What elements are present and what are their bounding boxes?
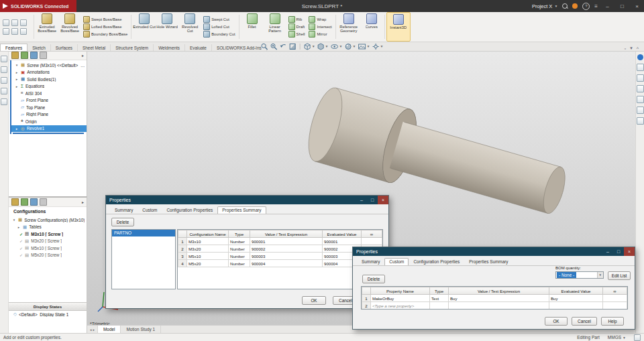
instant3d-button[interactable]: Instant3D [386,12,411,42]
expand-arrow-icon[interactable]: ▾ [12,218,16,222]
delete-button[interactable]: Delete [111,218,134,226]
section-view-icon[interactable] [289,42,297,50]
task-pane-icon[interactable] [637,74,644,82]
tab-custom[interactable]: Custom [138,206,162,214]
boundary-cut-button[interactable]: Boundary Cut [203,31,235,38]
config-item-m3x20[interactable]: ✓ ▤ M3x20 [ Screw ] [9,238,87,245]
tab-surfaces[interactable]: Surfaces [51,44,78,51]
edit-appearance-icon[interactable]: ▼ [345,42,356,50]
table-row[interactable]: 3 M5x10 Number 900003 900003 [178,253,382,260]
panel-flyout-icon[interactable]: ▸ [82,200,84,204]
table-row[interactable]: 2 M3x20 Number 900002 900002 [178,245,382,253]
config-item-m5x10[interactable]: ✓ ▤ M5x10 [ Screw ] [9,245,87,252]
view-settings-icon[interactable]: ▼ [372,42,383,50]
tree-item-top-plane[interactable]: ▱ Top Plane [11,104,87,111]
linear-pattern-button[interactable]: Linear Pattern [264,12,286,42]
tab-evaluate[interactable]: Evaluate [185,44,212,51]
tab-configuration-properties[interactable]: Configuration Properties [409,258,464,265]
display-manager-tab-icon[interactable] [40,198,47,206]
dialog-titlebar[interactable]: Properties – □ × [106,196,388,204]
quick-access-icon[interactable] [11,19,18,26]
expand-arrow-icon[interactable]: ▾ [15,63,19,67]
task-pane-icon[interactable] [637,117,644,125]
tab-summary[interactable]: Summary [357,258,384,265]
dialog-close-button[interactable]: × [378,196,388,204]
configuration-manager-tab-icon[interactable] [30,198,38,206]
help-icon[interactable]: ? [582,3,590,10]
quick-access-icon[interactable] [11,28,18,35]
rollback-bar[interactable] [13,133,84,134]
ok-button[interactable]: OK [545,317,568,326]
tree-item-right-plane[interactable]: ▱ Right Plane [11,111,87,119]
panel-strip-icon[interactable] [1,77,7,84]
quick-access-icon[interactable] [20,19,27,26]
dialog-maximize-button[interactable]: □ [367,196,378,204]
tab-model[interactable]: Model [98,326,121,333]
tab-scroll-arrows[interactable]: ◂▸ [87,326,98,333]
tree-item-front-plane[interactable]: ▱ Front Plane [11,97,87,105]
tree-item-equations[interactable]: ▸ Σ Equations [11,83,87,90]
panel-strip-icon[interactable] [1,66,7,73]
tab-configuration-properties[interactable]: Configuration Properties [162,206,217,214]
hide-show-items-icon[interactable]: ▼ [331,42,343,50]
config-root[interactable]: ▾ ▦ Screw Configuration(s) (M3x10) [9,216,87,224]
status-bar-icon[interactable] [634,334,641,341]
quick-access-icon[interactable] [20,28,27,35]
lofted-boss-base-button[interactable]: Lofted Boss/Base [83,23,127,30]
panel-strip-icon[interactable] [1,88,7,94]
task-pane-icon[interactable] [637,96,644,103]
panel-flyout-icon[interactable]: ▸ [82,53,84,58]
dialog-minimize-button[interactable]: – [356,196,367,204]
previous-view-icon[interactable] [280,42,287,50]
config-item-m3x10[interactable]: ✓ ▤ M3x10 [ Screw ] [9,230,87,238]
view-orientation-icon[interactable]: ▼ [304,42,315,50]
tree-item-revolve1[interactable]: ▸ ◎ Revolve1 [11,125,87,133]
tab-properties-summary[interactable]: Properties Summary [217,206,266,214]
boundary-boss-base-button[interactable]: Boundary Boss/Base [83,31,127,38]
property-manager-tab-icon[interactable] [21,198,28,206]
tab-summary[interactable]: Summary [110,206,138,214]
extruded-cut-button[interactable]: Extruded Cut [133,12,156,42]
collapse-ribbon-icon[interactable]: ▾ [630,46,633,51]
panel-strip-icon[interactable] [1,56,7,62]
task-pane-icon[interactable] [637,64,644,71]
revolved-cut-button[interactable]: Revolved Cut [178,12,201,42]
task-pane-icon[interactable] [637,85,644,92]
quick-access-icon[interactable] [3,19,9,26]
fillet-button[interactable]: Fillet [241,12,264,42]
revolved-boss-base-button[interactable]: Revolved Boss/Base [58,12,81,42]
mirror-button[interactable]: Mirror [309,31,331,38]
expand-arrow-icon[interactable]: ▸ [15,84,19,88]
expand-arrow-icon[interactable]: ▸ [15,70,19,74]
list-item-partno[interactable]: PARTNO [112,230,175,236]
swept-boss-base-button[interactable]: Swept Boss/Base [83,16,127,23]
reference-geometry-button[interactable]: Reference Geometry [337,12,360,42]
intersect-button[interactable]: Intersect [309,23,331,30]
search-icon[interactable] [562,3,568,9]
zoom-to-area-icon[interactable] [270,42,278,50]
swept-cut-button[interactable]: Swept Cut [203,16,235,23]
hole-wizard-button[interactable]: Hole Wizard [156,12,178,42]
task-pane-icon[interactable] [637,107,644,114]
expand-arrow-icon[interactable]: ▸ [15,127,19,131]
config-item-m5x20[interactable]: ✓ ▤ M5x20 [ Screw ] [9,252,87,259]
3dexperience-icon[interactable] [637,54,643,60]
ok-button[interactable]: OK [302,296,326,305]
configuration-manager-tab-icon[interactable] [30,52,38,59]
feature-manager-tab-icon[interactable] [11,198,19,206]
tab-properties-summary[interactable]: Properties Summary [464,258,513,265]
bom-quantity-dropdown[interactable]: - None - ▼ [555,271,604,279]
tab-features[interactable]: Features [0,44,28,51]
edit-list-button[interactable]: Edit List [608,271,631,280]
tree-item-origin[interactable]: + Origin [11,118,87,125]
extruded-boss-base-button[interactable]: Extruded Boss/Base [36,12,58,42]
table-row[interactable]: 1 MakeOrBuy Text Buy Buy [362,295,627,302]
expand-pane-icon[interactable]: ▫ [625,46,626,51]
tab-custom[interactable]: Custom [384,258,409,265]
config-tables-node[interactable]: ▸ ▦ Tables [9,224,87,231]
wrap-button[interactable]: Wrap [309,16,331,23]
zoom-to-fit-icon[interactable] [261,42,268,50]
property-manager-tab-icon[interactable] [21,52,28,59]
menu-icon[interactable]: ≡ [594,3,598,9]
scroll-left-icon[interactable]: ◂ [90,328,92,332]
